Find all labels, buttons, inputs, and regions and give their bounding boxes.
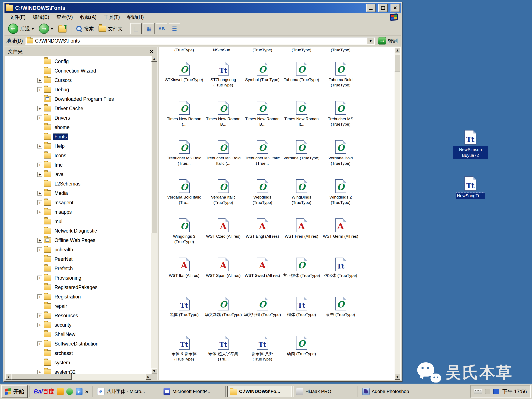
keyboard-tray-icon[interactable] — [474, 389, 482, 394]
tree-item[interactable]: ShellNew — [5, 330, 151, 339]
tree-item[interactable]: srchasst — [5, 348, 151, 358]
back-button[interactable]: ← 后退 ▼ — [6, 22, 36, 35]
tree-expander-icon[interactable]: + — [38, 210, 42, 214]
font-item-partial-label[interactable]: NSimSun... — [213, 48, 233, 52]
quick-launch-icon[interactable] — [57, 388, 64, 395]
font-item[interactable]: O 幼圆 (TrueType) — [282, 333, 321, 373]
font-item[interactable]: O Times New Roman It... — [282, 98, 321, 137]
search-button[interactable]: 搜索 — [74, 24, 96, 33]
tree-item[interactable]: + Offline Web Pages — [5, 235, 151, 245]
menu-item[interactable]: 文件(F) — [6, 13, 29, 22]
titlebar[interactable]: C:\WINDOWS\Fonts — [5, 3, 401, 13]
view-details-button[interactable]: ☰ — [169, 23, 180, 34]
font-item[interactable]: O Times New Roman (... — [165, 98, 204, 137]
font-item[interactable]: O 华文新魏 (TrueType) — [204, 294, 243, 333]
tree-expander-icon[interactable]: + — [38, 172, 42, 177]
view-icons-button[interactable]: ▦ — [143, 23, 155, 34]
font-item[interactable]: O Trebuchet MS Bold (True... — [165, 137, 204, 177]
tree-expander-icon[interactable]: + — [38, 144, 42, 149]
forward-button[interactable]: → ▼ — [37, 22, 55, 35]
tree-expander-icon[interactable]: + — [38, 116, 42, 120]
font-item[interactable]: A WST Czec (All res) — [204, 216, 243, 255]
scroll-thumb[interactable] — [395, 55, 400, 72]
tree-item[interactable]: + Cursors — [5, 76, 151, 85]
tree-item[interactable]: + system32 — [5, 367, 151, 374]
font-item[interactable]: O STXinwei (TrueType) — [165, 59, 204, 98]
forward-dropdown-icon[interactable]: ▼ — [51, 27, 53, 31]
tree-item[interactable]: + java — [5, 170, 151, 179]
tree-item[interactable]: Config — [5, 57, 151, 66]
font-item[interactable]: O Tahoma (TrueType) — [282, 59, 321, 98]
minimize-button[interactable] — [366, 4, 375, 12]
tree-expander-icon[interactable]: + — [38, 275, 42, 280]
maximize-button[interactable] — [378, 4, 388, 12]
font-item[interactable]: O Symbol (TrueType) — [243, 59, 282, 98]
font-item[interactable]: O Verdana (TrueType) — [282, 137, 321, 177]
font-item-partial-label[interactable]: (TrueType) — [174, 48, 194, 52]
tree-item[interactable]: + SoftwareDistribution — [5, 339, 151, 348]
font-item[interactable]: A WST Engl (All res) — [243, 216, 282, 255]
font-item[interactable]: A WST Span (All res) — [204, 255, 243, 294]
tray-icon[interactable] — [485, 389, 490, 394]
tree-horizontal-scrollbar[interactable]: ◀ ▶ — [5, 374, 151, 380]
font-item[interactable]: A WST Fren (All res) — [282, 216, 321, 255]
font-item[interactable]: Tt STZhongsong (TrueType) — [204, 59, 243, 98]
tree-item[interactable]: Icons — [5, 151, 151, 160]
font-item[interactable]: Tt 宋体-超大字符集 (Tru... — [204, 333, 243, 373]
tree-item[interactable]: + Drivers — [5, 113, 151, 123]
tree-item[interactable]: + pchealth — [5, 245, 151, 254]
tree-item[interactable]: + Debug — [5, 85, 151, 94]
scroll-thumb[interactable] — [11, 374, 72, 380]
taskbar-task-button[interactable]: C:\WINDOWS\Fo... — [227, 386, 292, 397]
back-dropdown-icon[interactable]: ▼ — [32, 27, 34, 31]
taskbar-task-button[interactable]: 八卦字体 - Micro... — [95, 386, 159, 397]
scroll-down-button[interactable]: ▼ — [151, 368, 157, 374]
tree-expander-icon[interactable]: + — [38, 106, 42, 111]
go-button[interactable]: → 转到 — [377, 37, 399, 45]
tree-expander-icon[interactable]: + — [38, 163, 42, 167]
menu-item[interactable]: 查看(V) — [53, 13, 76, 22]
close-button[interactable] — [391, 4, 400, 12]
start-button[interactable]: 开始 — [1, 385, 28, 398]
font-item[interactable]: A WST Swed (All res) — [243, 255, 282, 294]
tree-expander-icon[interactable]: + — [38, 294, 42, 299]
font-item[interactable]: O Trebuchet MS (TrueType) — [321, 98, 360, 137]
tray-icon[interactable] — [493, 389, 499, 394]
baidu-launcher[interactable]: Bai百度 — [34, 388, 54, 395]
tree-item[interactable]: PeerNet — [5, 254, 151, 264]
menu-item[interactable]: 帮助(H) — [124, 13, 147, 22]
tree-item[interactable]: Connection Wizard — [5, 66, 151, 76]
font-item[interactable]: A WST Germ (All res) — [321, 216, 360, 255]
tree-item[interactable]: + Help — [5, 141, 151, 151]
scroll-up-button[interactable]: ▲ — [395, 47, 400, 53]
tree-expander-icon[interactable]: + — [38, 200, 42, 205]
font-item[interactable]: O 隶书 (TrueType) — [321, 294, 360, 333]
folders-button[interactable]: 文件夹 — [97, 24, 125, 33]
menu-item[interactable]: 工具(T) — [100, 13, 123, 22]
font-item[interactable]: Tt 黑体 (TrueType) — [165, 294, 204, 333]
font-item[interactable]: O Trebuchet MS Italic (True... — [243, 137, 282, 177]
font-item[interactable]: Tt 仿宋体 (TrueType) — [321, 255, 360, 294]
tree-item[interactable]: + Media — [5, 189, 151, 198]
font-item[interactable]: O Times New Roman B... — [204, 98, 243, 137]
taskbar-task-button[interactable]: Adobe Photoshop — [360, 386, 424, 397]
font-item-partial-label[interactable]: (TrueType) — [253, 48, 272, 52]
view-similarity-button[interactable]: AB — [156, 23, 167, 34]
tree-item[interactable]: RegisteredPakages — [5, 283, 151, 292]
address-value[interactable]: C:\WINDOWS\Fonts — [35, 38, 365, 44]
tree-item[interactable]: L2Schemas — [5, 179, 151, 189]
tree-item[interactable]: + security — [5, 320, 151, 330]
tree-item[interactable]: + msagent — [5, 198, 151, 207]
scroll-right-button[interactable]: ▶ — [146, 374, 151, 380]
tree-expander-icon[interactable]: + — [38, 78, 42, 83]
font-item[interactable]: O Trebuchet MS Bold Italic (... — [204, 137, 243, 177]
quick-launch-icon[interactable] — [66, 388, 73, 395]
tree-expander-icon[interactable]: + — [38, 87, 42, 92]
tree-expander-icon[interactable]: + — [38, 341, 42, 346]
font-item[interactable]: Tt 楷体 (TrueType) — [282, 294, 321, 333]
sidebar-close-icon[interactable]: × — [149, 49, 155, 55]
ie-icon[interactable]: e — [76, 388, 82, 395]
font-item[interactable]: Tt 宋体 & 新宋体 (TrueType) — [165, 333, 204, 373]
font-item[interactable]: O Verdana Bold (TrueType) — [321, 137, 360, 177]
font-item[interactable]: O Verdana Italic (TrueType) — [204, 177, 243, 216]
